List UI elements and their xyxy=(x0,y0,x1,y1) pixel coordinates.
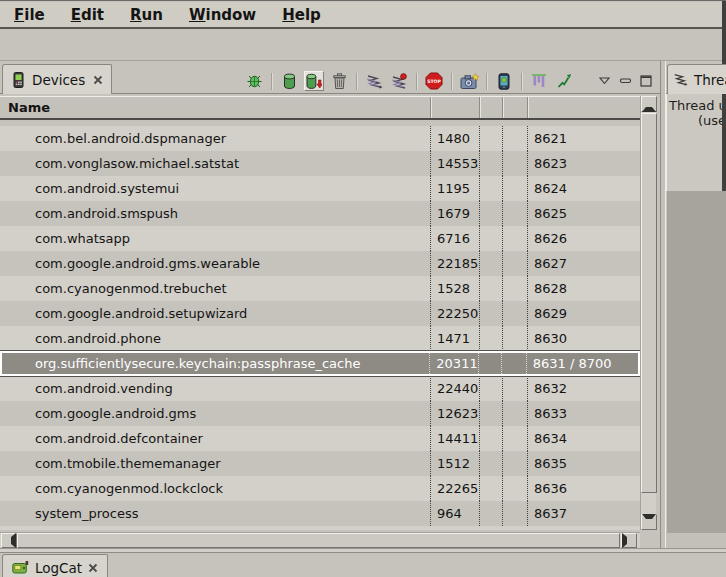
menu-help[interactable]: Help xyxy=(276,5,327,25)
column-header-port[interactable] xyxy=(527,97,640,118)
vertical-scroll-thumb[interactable] xyxy=(641,113,657,493)
cell-3 xyxy=(479,476,502,501)
cell-pid: 14411 xyxy=(430,426,479,451)
cell-3 xyxy=(479,401,502,426)
tab-threads-label: Threads xyxy=(694,72,726,88)
menu-window[interactable]: Window xyxy=(183,5,262,25)
table-row[interactable]: com.google.android.gms.wearable 22185 86… xyxy=(0,251,640,276)
scroll-right-button[interactable] xyxy=(621,533,637,548)
table-row[interactable]: com.android.defcontainer 14411 8634 xyxy=(0,426,640,451)
cell-port: 8625 xyxy=(527,201,640,226)
cell-port: 8623 xyxy=(527,151,640,176)
cell-port: 8629 xyxy=(527,301,640,326)
cell-port: 8632 xyxy=(527,376,640,401)
table-row[interactable]: system_process 964 8637 xyxy=(0,501,640,526)
table-row[interactable]: com.vonglasow.michael.satstat 14553 8623 xyxy=(0,151,640,176)
table-row[interactable]: com.android.smspush 1679 8625 xyxy=(0,201,640,226)
menu-run[interactable]: Run xyxy=(124,5,169,25)
threads-message-line2: (use toolbar button to enable) xyxy=(667,113,726,128)
cell-4 xyxy=(502,276,527,301)
cell-4 xyxy=(502,251,527,276)
table-row[interactable]: com.android.phone 1471 8630 xyxy=(0,326,640,351)
device-view-icon[interactable] xyxy=(494,71,514,91)
scroll-left-button[interactable] xyxy=(1,533,17,548)
stop-process-icon[interactable]: STOP xyxy=(424,71,444,91)
view-menu-icon[interactable] xyxy=(596,71,612,91)
table-row[interactable]: com.google.android.setupwizard 22250 862… xyxy=(0,301,640,326)
cell-4 xyxy=(502,301,527,326)
cell-pid: 22265 xyxy=(430,476,479,501)
column-header-3[interactable] xyxy=(479,97,502,118)
table-row[interactable]: com.cyanogenmod.lockclock 22265 8636 xyxy=(0,476,640,501)
start-method-profiling-icon[interactable] xyxy=(389,71,409,91)
cell-pid: 22185 xyxy=(430,251,479,276)
scroll-down-button[interactable] xyxy=(641,514,657,530)
table-body: com.bel.android.dspmanager 1480 8621 com… xyxy=(0,121,640,530)
close-icon[interactable] xyxy=(88,563,98,573)
cell-3 xyxy=(479,251,502,276)
cell-4 xyxy=(502,226,527,251)
cell-name: com.cyanogenmod.lockclock xyxy=(0,476,430,501)
table-row[interactable]: com.bel.android.dspmanager 1480 8621 xyxy=(0,126,640,151)
threads-message: Thread updates not enabled for selected … xyxy=(666,94,726,191)
menu-bar: FileEditRunWindowHelp xyxy=(0,2,726,27)
column-header-name[interactable]: Name xyxy=(0,97,430,118)
table-row[interactable]: com.android.systemui 1195 8624 xyxy=(0,176,640,201)
cell-pid: 1512 xyxy=(430,451,479,476)
cell-pid: 1480 xyxy=(430,126,479,151)
cell-pid: 964 xyxy=(430,501,479,526)
cell-4 xyxy=(502,151,527,176)
cause-gc-icon[interactable] xyxy=(329,71,349,91)
opengl-trace-icon[interactable] xyxy=(554,71,574,91)
debug-icon[interactable] xyxy=(244,71,264,91)
table-row[interactable]: com.whatsapp 6716 8626 xyxy=(0,226,640,251)
table-row[interactable]: com.tmobile.thememanager 1512 8635 xyxy=(0,451,640,476)
dump-hprof-icon[interactable] xyxy=(304,71,324,91)
vertical-scrollbar[interactable] xyxy=(640,96,656,530)
horizontal-scrollbar[interactable] xyxy=(0,532,640,548)
cell-4 xyxy=(502,376,527,401)
cell-4 xyxy=(502,401,527,426)
cell-port: 8628 xyxy=(527,276,640,301)
horizontal-scroll-thumb[interactable] xyxy=(17,533,620,548)
close-icon[interactable] xyxy=(93,75,103,85)
tab-threads[interactable]: Threads xyxy=(667,64,726,94)
maximize-icon[interactable] xyxy=(638,71,654,91)
tab-logcat[interactable]: LogCat xyxy=(2,554,108,577)
menu-edit[interactable]: Edit xyxy=(65,5,110,25)
table-row[interactable]: com.cyanogenmod.trebuchet 1528 8628 xyxy=(0,276,640,301)
devices-view: Devices xyxy=(0,61,660,548)
threads-icon xyxy=(673,72,688,87)
cell-port: 8635 xyxy=(527,451,640,476)
systrace-icon[interactable] xyxy=(529,71,549,91)
cell-port: 8621 xyxy=(527,126,640,151)
cell-3 xyxy=(479,176,502,201)
cell-4 xyxy=(502,426,527,451)
menu-file[interactable]: File xyxy=(8,5,51,25)
scroll-up-button[interactable] xyxy=(641,96,657,112)
column-header-4[interactable] xyxy=(502,97,527,118)
devices-tabbar: Devices xyxy=(0,61,660,94)
cell-4 xyxy=(502,176,527,201)
table-row[interactable]: com.google.android.gms 12623 8633 xyxy=(0,401,640,426)
cell-name: com.google.android.setupwizard xyxy=(0,301,430,326)
cell-port: 8634 xyxy=(527,426,640,451)
screen-capture-icon[interactable] xyxy=(459,71,479,91)
tab-devices[interactable]: Devices xyxy=(2,64,112,94)
cell-port: 8627 xyxy=(527,251,640,276)
cell-3 xyxy=(479,426,502,451)
cell-port: 8637 xyxy=(527,501,640,526)
cell-pid: 12623 xyxy=(430,401,479,426)
table-row[interactable]: org.sufficientlysecure.keychain:passphra… xyxy=(0,351,640,376)
update-threads-icon[interactable] xyxy=(364,71,384,91)
cell-name: system_process xyxy=(0,501,430,526)
cell-3 xyxy=(479,126,502,151)
table-row[interactable]: com.android.vending 22440 8632 xyxy=(0,376,640,401)
devices-toolbar: STOP xyxy=(244,71,654,91)
cell-name: org.sufficientlysecure.keychain:passphra… xyxy=(2,353,429,374)
update-heap-icon[interactable] xyxy=(279,71,299,91)
minimize-icon[interactable] xyxy=(617,71,633,91)
threads-view: Threads Thread updates not enabled for s… xyxy=(666,61,726,548)
cell-name: com.cyanogenmod.trebuchet xyxy=(0,276,430,301)
column-header-pid[interactable] xyxy=(430,97,479,118)
